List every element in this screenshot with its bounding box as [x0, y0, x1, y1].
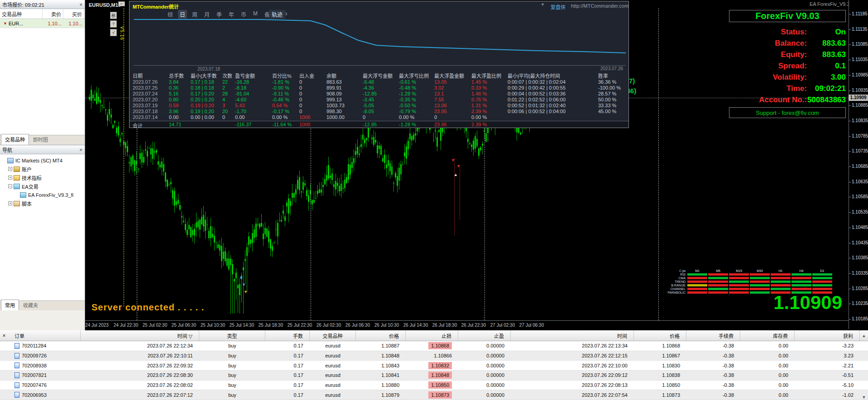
- timeframe-label: M30: [750, 269, 770, 272]
- signal-cell: [687, 284, 707, 286]
- bid-cell: 1.10...: [43, 19, 63, 28]
- close-icon[interactable]: ×: [80, 147, 82, 152]
- order-cell: eurusd: [310, 353, 356, 358]
- stats-cell: 0:00:52 | 0:01:32 | 0:02:40: [508, 103, 566, 108]
- time-axis-label: 25 Jul 22:30: [288, 323, 312, 328]
- signal-cell: [729, 281, 749, 283]
- price-tick-label: 1.10535: [852, 210, 868, 214]
- stats-row: 2023.07.200.800.20 | 0.204-4.60-0.46 %09…: [129, 97, 628, 103]
- orders-column-header[interactable]: 价格: [634, 330, 686, 341]
- order-row[interactable]: 7020069532023.07.26 22:07:12buy0.17eurus…: [0, 390, 868, 400]
- orders-column-header[interactable]: 时间 ▽: [81, 330, 199, 341]
- chart-tool-button-1[interactable]: ?: [110, 20, 117, 28]
- stats-cell: 50.00 %: [598, 97, 616, 102]
- order-cell: 2023.07.26 22:08:02: [81, 382, 199, 388]
- stats-cell: 13.1: [434, 91, 444, 96]
- column-header-symbol[interactable]: 交易品种: [0, 9, 43, 19]
- price-tick-mark: [849, 273, 851, 274]
- order-cell: 0.00: [740, 363, 795, 368]
- orders-column-header[interactable]: 类型: [199, 330, 265, 341]
- orders-column-header[interactable]: 手数: [265, 330, 310, 341]
- signal-cell: [750, 284, 770, 286]
- signal-cell: [750, 291, 770, 294]
- orders-column-header[interactable]: 获利: [795, 330, 860, 341]
- tree-item-scripts[interactable]: +脚本: [0, 199, 85, 208]
- tree-item-indicators[interactable]: +技术指标: [0, 173, 85, 182]
- stats-cell: -0.17 %: [272, 109, 289, 114]
- timeframe-label: H4: [791, 269, 811, 272]
- order-cell: 1.10850: [406, 381, 458, 389]
- order-cell: 0.00000: [458, 363, 511, 368]
- mtcommander-panel[interactable]: MTCommander统计 ▼ 复盘侠 http://MTCommander.c…: [129, 1, 629, 128]
- expander-icon[interactable]: +: [8, 201, 12, 205]
- stats-cell: 22: [222, 79, 228, 85]
- order-cell: 0.00: [740, 392, 795, 398]
- stats-cell: 2023.07.19: [133, 103, 158, 108]
- stats-column-header: 百分比%: [272, 72, 292, 79]
- indicator-label: TREND: [659, 280, 687, 283]
- tab-common[interactable]: 常用: [1, 300, 19, 310]
- scroll-down-icon[interactable]: ▼: [860, 395, 868, 400]
- navigator-title: 导航: [2, 146, 12, 153]
- price-tick-mark: [849, 167, 851, 167]
- tab-favorites[interactable]: 收藏夹: [19, 300, 42, 310]
- price-tick-mark: [849, 304, 851, 304]
- expander-icon[interactable]: −: [8, 184, 12, 188]
- stats-cell: 5.43: [235, 103, 245, 108]
- stats-cell: -91.04: [235, 91, 249, 96]
- orders-column-header[interactable]: 价格: [356, 330, 406, 341]
- dashboard-row: RSI: [659, 272, 836, 276]
- order-doc-icon: [14, 343, 19, 349]
- tree-item-ea-item[interactable]: EA ForexFiv_V9.3_fi: [0, 190, 85, 199]
- dashboard-row: CMA: [659, 276, 836, 280]
- orders-column-header[interactable]: 手续费: [686, 330, 740, 341]
- ea-field-row: Equity:883.63: [727, 49, 846, 60]
- order-row[interactable]: 7020112842023.07.26 22:12:34buy0.17eurus…: [0, 341, 868, 351]
- price-tick-mark: [849, 105, 851, 106]
- dashboard-corner-label: C.jia: [659, 269, 687, 272]
- orders-column-header[interactable]: 时间: [511, 330, 634, 341]
- tab-symbols[interactable]: 交易品种: [1, 134, 29, 145]
- stats-cell: 45.00 %: [598, 109, 616, 114]
- orders-column-header[interactable]: 止损: [406, 330, 458, 341]
- order-cell: 0.00: [740, 372, 795, 378]
- close-icon[interactable]: ×: [80, 2, 82, 7]
- order-cell: 0.00000: [458, 343, 511, 348]
- orders-column-header[interactable]: 订单: [8, 330, 81, 341]
- order-cell: 1.10880: [356, 382, 406, 388]
- market-watch-panel: 市场报价: 09:02:21 × 交易品种 卖价 买价 ▼ EUR... 1.1…: [0, 0, 85, 145]
- order-cell: 2023.07.26 22:10:00: [511, 363, 634, 368]
- orders-column-header[interactable]: 库存费: [740, 330, 795, 341]
- column-header-ask[interactable]: 买价: [63, 9, 84, 19]
- column-header-bid[interactable]: 卖价: [43, 9, 63, 19]
- order-row[interactable]: 7020078212023.07.26 22:08:30buy0.17eurus…: [0, 371, 868, 381]
- expander-icon[interactable]: +: [8, 167, 12, 171]
- timeframe-label: H1: [771, 269, 791, 272]
- orders-close-icon[interactable]: ×: [0, 333, 8, 339]
- expander-icon[interactable]: +: [8, 176, 12, 180]
- order-row[interactable]: 7020089382023.07.26 22:09:32buy0.17eurus…: [0, 361, 868, 371]
- tree-item-accounts[interactable]: +账户: [0, 165, 85, 173]
- tree-item-terminal[interactable]: IC Markets (SC) MT4: [0, 156, 85, 165]
- stats-column-header: 余额: [326, 72, 336, 79]
- signal-cell: [729, 288, 749, 290]
- order-cell: 0.17: [265, 353, 310, 358]
- order-cell: 2023.07.26 22:08:13: [511, 382, 634, 388]
- orders-column-header[interactable]: 止盈: [458, 330, 511, 341]
- current-price-box: 1.10909: [849, 95, 868, 101]
- chart-tool-button-2[interactable]: √: [110, 29, 117, 36]
- market-watch-row[interactable]: ▼ EUR... 1.10... 1.10...: [0, 19, 85, 28]
- panel-minimize-button[interactable]: −: [118, 1, 125, 6]
- orders-column-header[interactable]: 交易品种: [310, 330, 356, 341]
- order-doc-icon: [14, 372, 19, 378]
- stop-loss-highlight: 1.10873: [428, 391, 452, 399]
- order-row[interactable]: 7020074762023.07.26 22:08:02buy0.17eurus…: [0, 381, 868, 390]
- stats-cell: -8.05: [363, 109, 374, 114]
- scroll-up-icon[interactable]: ▲: [860, 333, 868, 338]
- order-row[interactable]: 7020097262023.07.26 22:10:11buy0.17eurus…: [0, 351, 868, 361]
- stats-cell: -0.50 %: [399, 103, 416, 108]
- tab-tick-chart[interactable]: 即时图: [29, 134, 52, 145]
- tree-item-ea[interactable]: −EA交易: [0, 182, 85, 190]
- chart-tool-button-0[interactable]: 移: [110, 12, 117, 19]
- price-tick-label: 1.10885: [852, 103, 868, 108]
